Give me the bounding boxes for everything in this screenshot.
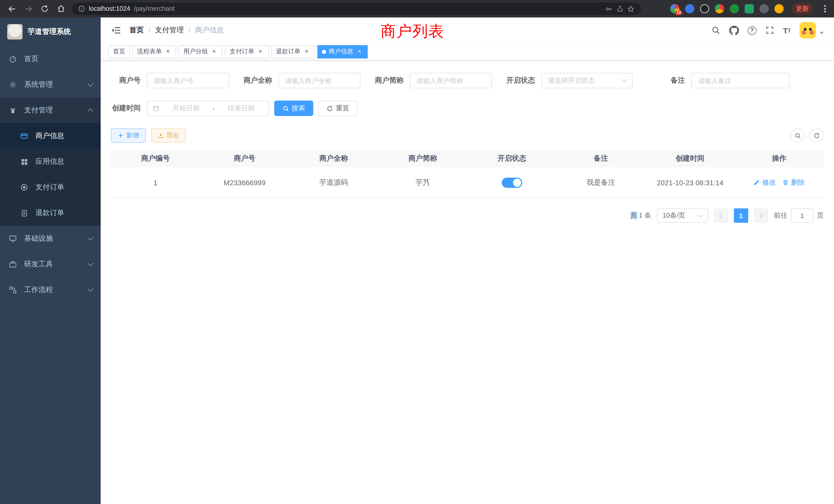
extension-icon[interactable] bbox=[730, 4, 739, 13]
remark-label: 备注 bbox=[655, 76, 685, 85]
prev-page-button[interactable] bbox=[714, 208, 728, 223]
cell-remark: 我是备注 bbox=[556, 167, 645, 198]
extension-icon[interactable] bbox=[760, 4, 769, 13]
help-icon[interactable]: ? bbox=[747, 26, 756, 35]
goto-suffix: 页 bbox=[817, 211, 824, 220]
breadcrumb: 首页 / 支付管理 / 商户信息 bbox=[129, 26, 224, 35]
tab-close-icon[interactable]: × bbox=[211, 48, 218, 55]
goto-label: 前往 bbox=[774, 211, 787, 220]
breadcrumb-current: 商户信息 bbox=[195, 26, 224, 35]
user-menu[interactable] bbox=[799, 22, 824, 39]
sidebar-item-merchant-info[interactable]: 商户信息 bbox=[0, 123, 101, 149]
export-button[interactable]: 导出 bbox=[151, 128, 186, 143]
search-button[interactable]: 搜索 bbox=[274, 100, 313, 116]
sidebar-item-refund-orders[interactable]: 退款订单 bbox=[0, 200, 101, 226]
search-icon[interactable] bbox=[711, 26, 720, 35]
home-icon[interactable] bbox=[54, 2, 68, 16]
sidebar-item-payment-orders[interactable]: 支付订单 bbox=[0, 175, 101, 200]
create-time-label: 创建时间 bbox=[111, 104, 141, 113]
grid-icon bbox=[20, 158, 29, 165]
back-icon[interactable] bbox=[5, 2, 19, 16]
cell-short-name: 芋艿 bbox=[378, 167, 467, 198]
tab-process-form[interactable]: 流程表单 × bbox=[132, 45, 176, 58]
sidebar-item-payment[interactable]: ¥ 支付管理 bbox=[0, 97, 101, 123]
page-number-1[interactable]: 1 bbox=[734, 208, 748, 223]
full-name-input[interactable] bbox=[278, 73, 360, 88]
sidebar-item-workflow[interactable]: 工作流程 bbox=[0, 277, 101, 303]
share-icon[interactable] bbox=[616, 5, 623, 12]
tab-refund-orders[interactable]: 退款订单 × bbox=[271, 45, 315, 58]
profile-avatar-icon[interactable] bbox=[774, 4, 784, 13]
tab-close-icon[interactable]: × bbox=[303, 48, 310, 55]
edit-link[interactable]: 修改 bbox=[754, 178, 776, 187]
sidebar-item-dev-tools[interactable]: 研发工具 bbox=[0, 251, 101, 277]
tab-user-group[interactable]: 用户分组 × bbox=[179, 45, 222, 58]
date-range-picker[interactable]: 开始日期 - 结束日期 bbox=[147, 100, 269, 116]
extension-icon[interactable]: 10 bbox=[670, 4, 679, 13]
url-bar[interactable]: localhost:1024/pay/merchant bbox=[72, 3, 641, 15]
page-size-select[interactable]: 10条/页 bbox=[657, 208, 708, 223]
bookmark-star-icon[interactable] bbox=[627, 5, 635, 13]
forward-icon[interactable] bbox=[22, 2, 35, 16]
sidebar-item-system[interactable]: 系统管理 bbox=[0, 72, 101, 97]
extension-icon[interactable] bbox=[715, 4, 724, 13]
table-toolbar: 新增 导出 bbox=[111, 128, 824, 143]
url-path: /pay/merchant bbox=[134, 5, 174, 12]
breadcrumb-payment[interactable]: 支付管理 bbox=[155, 26, 184, 35]
monitor-icon bbox=[8, 234, 18, 243]
sidebar-item-app-info[interactable]: 应用信息 bbox=[0, 149, 101, 175]
merchant-no-input[interactable] bbox=[147, 73, 229, 88]
chevron-down-icon bbox=[698, 212, 703, 217]
add-button[interactable]: 新增 bbox=[111, 128, 146, 143]
col-short-name: 商户简称 bbox=[378, 150, 467, 167]
browser-menu-icon[interactable] bbox=[821, 3, 829, 14]
extension-icon[interactable] bbox=[685, 4, 694, 13]
status-select[interactable]: 请选择开启状态 bbox=[541, 73, 633, 88]
breadcrumb-separator: / bbox=[148, 26, 151, 35]
tab-payment-orders[interactable]: 支付订单 × bbox=[225, 45, 269, 58]
extension-icon[interactable] bbox=[745, 4, 754, 13]
delete-link[interactable]: 删除 bbox=[783, 178, 805, 187]
extension-icon[interactable] bbox=[700, 4, 709, 13]
toggle-search-icon[interactable] bbox=[790, 128, 805, 143]
status-toggle[interactable] bbox=[502, 177, 522, 188]
fullscreen-icon[interactable] bbox=[765, 26, 774, 35]
pagination: 共 1 条 10条/页 1 前往 页 bbox=[111, 208, 824, 223]
short-name-label: 商户简称 bbox=[374, 76, 404, 85]
sidebar-item-infrastructure[interactable]: 基础设施 bbox=[0, 226, 101, 251]
remark-input[interactable] bbox=[691, 73, 790, 88]
refresh-icon[interactable] bbox=[809, 128, 824, 143]
yen-icon: ¥ bbox=[8, 106, 18, 115]
browser-update-button[interactable]: 更新 bbox=[791, 3, 813, 15]
goto-page-input[interactable] bbox=[791, 208, 813, 223]
dashboard-icon bbox=[8, 55, 18, 63]
short-name-input[interactable] bbox=[410, 73, 492, 88]
reset-button[interactable]: 重置 bbox=[319, 100, 357, 116]
sidebar: 芋道管理系统 首页 系统管理 ¥ 支付管理 bbox=[0, 18, 101, 504]
breadcrumb-home[interactable]: 首页 bbox=[129, 26, 144, 35]
github-icon[interactable] bbox=[729, 25, 739, 35]
end-date-placeholder: 结束日期 bbox=[219, 104, 263, 113]
tab-close-icon[interactable]: × bbox=[164, 48, 172, 55]
font-size-icon[interactable]: TT bbox=[783, 26, 791, 35]
sidebar-item-home[interactable]: 首页 bbox=[0, 46, 101, 72]
calendar-icon bbox=[153, 105, 160, 112]
reload-icon[interactable] bbox=[38, 2, 51, 16]
browser-chrome: localhost:1024/pay/merchant 10 更新 bbox=[0, 0, 834, 18]
hamburger-icon[interactable] bbox=[111, 25, 121, 36]
tab-merchant-info[interactable]: 商户信息 × bbox=[317, 45, 368, 58]
password-key-icon[interactable] bbox=[605, 5, 613, 13]
tab-home[interactable]: 首页 bbox=[108, 45, 130, 58]
chevron-up-icon bbox=[88, 109, 93, 114]
sidebar-logo[interactable]: 芋道管理系统 bbox=[0, 18, 101, 46]
site-info-icon[interactable] bbox=[78, 5, 85, 12]
workflow-icon bbox=[8, 286, 18, 294]
next-page-button[interactable] bbox=[754, 208, 768, 223]
tab-close-icon[interactable]: × bbox=[356, 48, 363, 55]
col-merchant-id: 商户编号 bbox=[111, 150, 200, 167]
cell-merchant-no: M233666999 bbox=[200, 167, 289, 198]
col-full-name: 商户全称 bbox=[289, 150, 378, 167]
tab-close-icon[interactable]: × bbox=[257, 48, 264, 55]
col-merchant-no: 商户号 bbox=[200, 150, 289, 167]
chevron-down-icon bbox=[88, 235, 93, 241]
